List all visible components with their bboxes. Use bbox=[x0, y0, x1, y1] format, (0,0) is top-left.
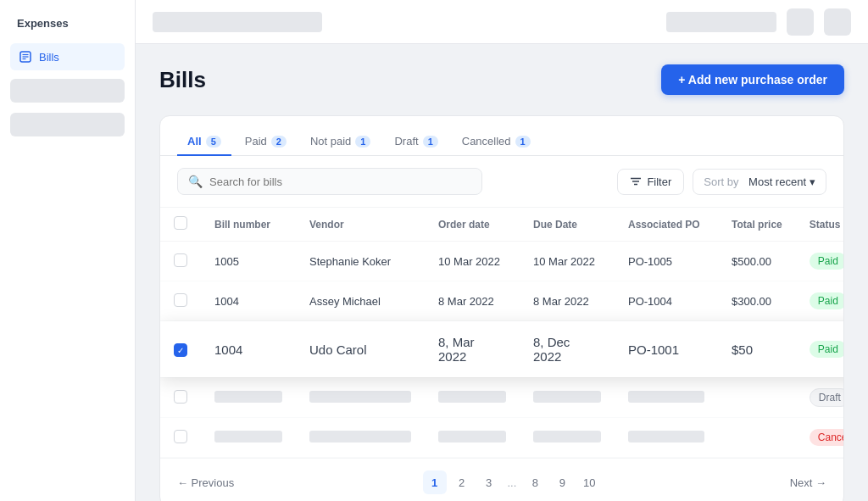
bills-icon bbox=[19, 50, 32, 64]
bills-table: Bill number Vendor Order date Due Date A… bbox=[160, 208, 843, 458]
table-row: 1004Assey Michael8 Mar 20228 Mar 2022PO-… bbox=[160, 281, 843, 321]
tab-cancelled[interactable]: Cancelled 1 bbox=[452, 128, 541, 156]
page-title: Bills bbox=[159, 67, 206, 93]
sidebar-item-bills[interactable]: Bills bbox=[10, 43, 125, 70]
cell-placeholder bbox=[628, 431, 704, 443]
cell-vendor: Assey Michael bbox=[296, 281, 425, 321]
topbar-icon-1 bbox=[787, 8, 814, 36]
prev-page-button[interactable]: ← Previous bbox=[177, 476, 234, 489]
topbar-search-placeholder bbox=[666, 12, 776, 32]
col-total-price: Total price bbox=[718, 208, 796, 242]
tab-all[interactable]: All 5 bbox=[177, 128, 231, 156]
sidebar-item-label: Bills bbox=[39, 51, 59, 64]
search-box[interactable]: 🔍 bbox=[177, 168, 482, 195]
status-badge: Paid bbox=[810, 253, 843, 270]
table-toolbar: 🔍 Filter Sort by Most recent ▾ bbox=[160, 156, 843, 208]
page-num-3[interactable]: 3 bbox=[477, 470, 501, 494]
sidebar: Expenses Bills bbox=[0, 0, 136, 501]
tab-draft[interactable]: Draft 1 bbox=[384, 128, 448, 156]
bills-table-wrap: Bill number Vendor Order date Due Date A… bbox=[160, 208, 843, 458]
search-icon: 🔍 bbox=[188, 175, 203, 188]
page-num-9[interactable]: 9 bbox=[550, 470, 574, 494]
row-checkbox-row-1004a[interactable] bbox=[174, 293, 187, 307]
page-num-8[interactable]: 8 bbox=[523, 470, 547, 494]
cell-vendor: Udo Carol bbox=[296, 321, 425, 378]
cell-vendor: Stephanie Koker bbox=[296, 242, 425, 281]
page-num-2[interactable]: 2 bbox=[450, 470, 474, 494]
sidebar-section-title: Expenses bbox=[10, 14, 125, 33]
select-all-checkbox[interactable] bbox=[174, 216, 187, 230]
page-ellipsis: ... bbox=[504, 476, 520, 489]
cell-total_price: $300.00 bbox=[718, 281, 796, 321]
status-badge: Cancelled bbox=[810, 429, 843, 446]
col-vendor: Vendor bbox=[296, 208, 425, 242]
row-checkbox-row-1004b[interactable]: ✓ bbox=[174, 343, 187, 357]
add-purchase-order-button[interactable]: + Add new purchase order bbox=[661, 64, 844, 95]
topbar bbox=[136, 0, 868, 44]
sidebar-placeholder-1 bbox=[10, 79, 125, 103]
next-page-button[interactable]: Next → bbox=[790, 476, 826, 489]
cell-status: Paid bbox=[796, 321, 843, 378]
cell-placeholder bbox=[214, 431, 282, 443]
cell-placeholder bbox=[309, 391, 411, 403]
cell-status: Paid bbox=[796, 281, 843, 321]
sort-button[interactable]: Sort by Most recent ▾ bbox=[693, 169, 826, 195]
sidebar-placeholder-2 bbox=[10, 113, 125, 136]
cell-placeholder bbox=[309, 431, 411, 443]
row-checkbox-row-cancelled[interactable] bbox=[174, 430, 187, 443]
page-num-10[interactable]: 10 bbox=[577, 470, 601, 494]
bills-card: All 5 Paid 2 Not paid 1 Draft 1 Cancelle… bbox=[159, 115, 844, 501]
pagination: ← Previous 123...8910 Next → bbox=[160, 458, 843, 501]
page-numbers: 123...8910 bbox=[423, 470, 602, 494]
topbar-nav-placeholder bbox=[153, 12, 322, 32]
filter-button[interactable]: Filter bbox=[617, 169, 684, 195]
col-due-date: Due Date bbox=[520, 208, 615, 242]
cell-bill_number: 1004 bbox=[201, 321, 296, 378]
cell-due_date: 8, Dec 2022 bbox=[520, 321, 615, 378]
cell-status: Draft bbox=[796, 378, 843, 418]
cell-placeholder bbox=[214, 391, 282, 403]
main-content: Bills + Add new purchase order All 5 Pai… bbox=[136, 0, 868, 501]
cell-placeholder bbox=[438, 431, 506, 443]
page-content: Bills + Add new purchase order All 5 Pai… bbox=[136, 44, 868, 501]
page-num-1[interactable]: 1 bbox=[423, 470, 447, 494]
cell-bill_number: 1004 bbox=[201, 281, 296, 321]
cell-status: Cancelled bbox=[796, 418, 843, 458]
cell-total_price: $500.00 bbox=[718, 242, 796, 281]
cell-placeholder bbox=[628, 391, 704, 403]
tab-paid[interactable]: Paid 2 bbox=[235, 128, 297, 156]
status-badge: Paid bbox=[810, 292, 843, 309]
cell-order_date: 8, Mar 2022 bbox=[425, 321, 520, 378]
filter-icon bbox=[630, 175, 642, 187]
table-row: ✓1004Udo Carol8, Mar 20228, Dec 2022PO-1… bbox=[160, 321, 843, 378]
cell-order_date: 10 Mar 2022 bbox=[425, 242, 520, 281]
row-checkbox-row-1005[interactable] bbox=[174, 253, 187, 267]
status-badge: Draft bbox=[810, 388, 843, 407]
cell-placeholder bbox=[438, 391, 506, 403]
search-input[interactable] bbox=[209, 175, 471, 188]
table-header-row: Bill number Vendor Order date Due Date A… bbox=[160, 208, 843, 242]
cell-total_price: $50 bbox=[718, 321, 796, 378]
col-bill-number: Bill number bbox=[201, 208, 296, 242]
table-row: Cancelled⋮ bbox=[160, 418, 843, 458]
row-checkbox-row-draft[interactable] bbox=[174, 390, 187, 404]
tab-not-paid[interactable]: Not paid 1 bbox=[300, 128, 381, 156]
table-body: 1005Stephanie Koker10 Mar 202210 Mar 202… bbox=[160, 242, 843, 458]
status-badge: Paid bbox=[810, 341, 843, 358]
cell-associated_po: PO-1001 bbox=[615, 321, 718, 378]
cell-associated_po: PO-1005 bbox=[615, 242, 718, 281]
cell-due_date: 10 Mar 2022 bbox=[520, 242, 615, 281]
page-header: Bills + Add new purchase order bbox=[159, 64, 844, 95]
cell-due_date: 8 Mar 2022 bbox=[520, 281, 615, 321]
cell-bill_number: 1005 bbox=[201, 242, 296, 281]
col-associated-po: Associated PO bbox=[615, 208, 718, 242]
table-row: Draft⋮ bbox=[160, 378, 843, 418]
topbar-icon-2 bbox=[824, 8, 851, 36]
chevron-down-icon: ▾ bbox=[810, 175, 815, 188]
table-row: 1005Stephanie Koker10 Mar 202210 Mar 202… bbox=[160, 242, 843, 281]
cell-status: Paid bbox=[796, 242, 843, 281]
col-order-date: Order date bbox=[425, 208, 520, 242]
tabs-bar: All 5 Paid 2 Not paid 1 Draft 1 Cancelle… bbox=[160, 116, 843, 156]
cell-placeholder bbox=[533, 391, 601, 403]
col-status: Status bbox=[796, 208, 843, 242]
